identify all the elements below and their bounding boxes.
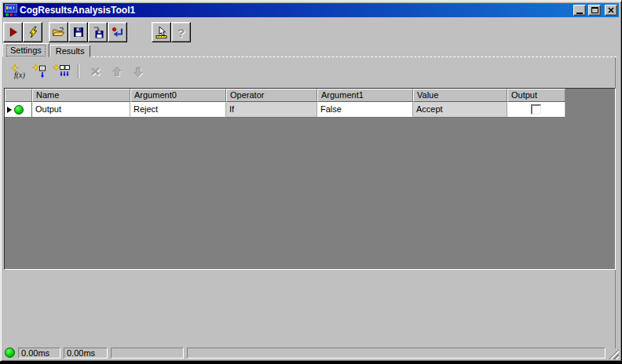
add-function-button[interactable]: f(x) — [10, 64, 27, 79]
save-as-button[interactable] — [88, 22, 108, 42]
status-green-icon — [5, 348, 15, 358]
maximize-button[interactable] — [588, 5, 601, 16]
header-row-selector — [5, 89, 32, 102]
tab-settings[interactable]: Settings — [2, 43, 49, 57]
row-status-green-icon — [14, 105, 24, 115]
window-title: CogResultsAnalysisTool1 — [20, 3, 571, 17]
status-bar: 0.00ms 0.00ms — [2, 346, 620, 359]
pointer-tool-button[interactable] — [152, 22, 171, 42]
header-argument0[interactable]: Argument0 — [130, 89, 226, 102]
minimize-icon — [576, 13, 583, 14]
close-button[interactable] — [605, 5, 617, 16]
row-selector-cell[interactable] — [5, 102, 32, 118]
grid-toolbar: f(x) — [10, 63, 147, 80]
add-input-icon — [32, 64, 48, 79]
cell-value[interactable]: Accept — [413, 102, 507, 118]
close-icon — [608, 7, 614, 13]
cell-operator[interactable]: If — [226, 102, 317, 118]
move-up-icon — [110, 65, 124, 78]
table-row[interactable]: Output Reject If False Accept — [5, 102, 615, 118]
move-down-button[interactable] — [130, 64, 147, 79]
app-icon — [5, 4, 17, 16]
main-toolbar: ? — [3, 22, 191, 43]
revert-arrow-icon — [112, 26, 124, 38]
resize-grip[interactable] — [609, 349, 619, 359]
cell-name[interactable]: Output — [32, 102, 130, 118]
help-button[interactable]: ? — [171, 22, 191, 42]
run-icon — [7, 26, 20, 38]
tab-results[interactable]: Results — [49, 45, 91, 57]
lightning-icon — [27, 26, 39, 38]
header-output[interactable]: Output — [507, 89, 565, 102]
tab-strip: Settings Results — [2, 43, 90, 57]
cell-argument1[interactable]: False — [317, 102, 413, 118]
move-up-button[interactable] — [108, 64, 126, 79]
app-window: CogResultsAnalysisTool1 — [0, 0, 622, 362]
current-row-arrow-icon — [7, 107, 12, 113]
delete-button[interactable] — [87, 64, 104, 79]
tab-settings-label: Settings — [6, 45, 46, 56]
add-inputs-button[interactable] — [53, 64, 70, 79]
status-time-1: 0.00ms — [18, 348, 60, 359]
cell-output — [507, 102, 565, 118]
help-icon: ? — [177, 26, 185, 39]
save-as-icon — [92, 26, 104, 38]
move-down-icon — [131, 65, 145, 78]
add-function-icon: f(x) — [11, 64, 27, 79]
header-value[interactable]: Value — [413, 89, 507, 102]
tab-page-top-edge — [2, 56, 617, 57]
status-panel-4 — [187, 348, 606, 359]
open-folder-icon — [52, 26, 65, 38]
title-bar[interactable]: CogResultsAnalysisTool1 — [3, 3, 619, 17]
expressions-grid[interactable]: Name Argument0 Operator Argument1 Value … — [4, 88, 616, 270]
status-panel-3 — [111, 348, 184, 359]
delete-x-icon — [89, 65, 103, 78]
add-input-button[interactable] — [31, 64, 49, 79]
header-name[interactable]: Name — [32, 89, 130, 102]
header-operator[interactable]: Operator — [226, 89, 317, 102]
grid-header-row: Name Argument0 Operator Argument1 Value … — [5, 89, 615, 102]
header-argument1[interactable]: Argument1 — [317, 89, 413, 102]
toolbar-separator — [78, 64, 79, 78]
save-floppy-icon — [72, 26, 85, 38]
run-button[interactable] — [3, 22, 23, 42]
svg-text:f(x): f(x) — [14, 71, 26, 79]
add-inputs-icon — [53, 64, 70, 79]
save-button[interactable] — [68, 22, 88, 42]
cell-argument0[interactable]: Reject — [130, 102, 226, 118]
revert-button[interactable] — [108, 22, 127, 42]
status-time-2: 0.00ms — [64, 348, 108, 359]
minimize-button[interactable] — [573, 5, 586, 16]
tab-results-label: Results — [56, 46, 85, 56]
output-checkbox[interactable] — [531, 104, 541, 115]
pointer-ruler-icon — [156, 26, 168, 39]
maximize-icon — [591, 7, 598, 13]
open-file-button[interactable] — [49, 22, 68, 42]
electric-run-button[interactable] — [23, 22, 42, 42]
